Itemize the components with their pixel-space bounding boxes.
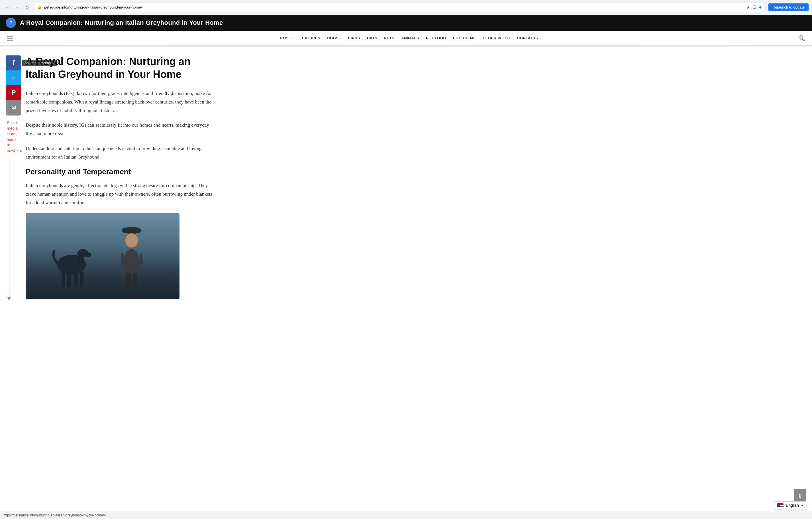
facebook-icon: f [12,59,15,67]
svg-rect-11 [123,227,140,233]
hamburger-line-3 [7,40,13,40]
svg-rect-6 [62,272,65,288]
url-text: petsguide.info/nurturing-an-italian-grey… [44,5,744,9]
nav-item-birds[interactable]: BIRDS [344,31,364,45]
extension-icon[interactable]: ☰ [752,5,756,10]
section-title-personality: Personality and Temperament [26,167,216,176]
svg-rect-15 [140,253,142,268]
main-content: f Share on Facebook 🐦 P ✉ Social media i… [0,47,812,310]
nav-item-pets[interactable]: PETS [381,31,398,45]
nav-item-dogs[interactable]: DOGS ▾ [324,31,344,45]
facebook-share-button[interactable]: f Share on Facebook [6,56,21,71]
twitter-icon: 🐦 [10,75,17,81]
search-button[interactable]: 🔍 [796,32,807,44]
article-image [26,213,179,299]
svg-rect-9 [80,272,84,288]
svg-rect-17 [133,273,137,288]
article-title: A Royal Companion: Nurturing an Italian … [26,55,216,81]
annotation-arrow [7,161,11,300]
site-logo: P [6,18,16,28]
nav-item-home[interactable]: HOME ▾ [275,31,296,45]
nav-item-animals[interactable]: ANIMALS [398,31,423,45]
back-button[interactable]: ← [3,3,11,11]
social-sidebar: f Share on Facebook 🐦 P ✉ Social media i… [0,52,23,305]
svg-rect-14 [121,253,124,268]
article-paragraph-2: Despite their noble history, IGs can sea… [26,121,216,138]
profile-icon[interactable]: ● [759,4,762,10]
svg-point-13 [124,249,140,275]
security-icon: 🔒 [37,5,42,10]
person-silhouette [115,225,149,290]
forward-button[interactable]: → [13,3,21,11]
article-content: A Royal Companion: Nurturing an Italian … [23,52,222,305]
relaunch-button[interactable]: Relaunch to update [768,3,809,11]
hamburger-line-1 [7,36,13,36]
reload-button[interactable]: ↻ [23,3,31,11]
annotation-text: Social media icons,leads to nowhere [7,120,20,154]
svg-point-12 [125,233,138,248]
nav-item-buy-theme[interactable]: BUY THEME [449,31,479,45]
browser-chrome: ← → ↻ 🔒 petsguide.info/nurturing-an-ital… [0,0,812,15]
svg-rect-8 [75,272,78,288]
pinterest-share-button[interactable]: P [6,85,21,100]
social-icons-container: f Share on Facebook 🐦 P ✉ [6,55,21,115]
nav-item-other-pets[interactable]: OTHER PETS ▾ [479,31,514,45]
nav-links: HOME ▾ FEATURES DOGS ▾ BIRDS CATS PETS A… [21,31,796,45]
chevron-down-icon: ▾ [537,37,539,39]
svg-rect-5 [77,255,84,263]
star-icon[interactable]: ★ [746,5,750,10]
article-paragraph-1: Italian Greyhounds (IGs), known for thei… [26,89,216,115]
twitter-share-button[interactable]: 🐦 [6,71,21,85]
hamburger-line-2 [7,38,13,38]
dog-silhouette [49,227,94,290]
svg-text:P: P [9,21,12,25]
site-title: A Royal Companion: Nurturing an Italian … [20,19,223,27]
chevron-down-icon: ▾ [339,37,341,39]
nav-item-features[interactable]: FEATURES [296,31,324,45]
chevron-down-icon: ▾ [291,37,293,39]
svg-point-4 [85,252,91,257]
nav-item-pet-food[interactable]: PET FOOD [423,31,449,45]
nav-item-cats[interactable]: CATS [364,31,381,45]
nav-buttons: ← → ↻ [3,3,31,11]
article-paragraph-4: Italian Greyhounds are gentle, affection… [26,181,216,207]
navigation-bar: HOME ▾ FEATURES DOGS ▾ BIRDS CATS PETS A… [0,31,812,46]
hamburger-menu[interactable] [5,34,16,43]
chevron-down-icon: ▾ [509,37,510,39]
pinterest-icon: P [12,89,16,97]
nav-item-contact[interactable]: CONTACT ▾ [514,31,542,45]
email-share-button[interactable]: ✉ [6,100,21,115]
svg-rect-7 [67,272,71,288]
email-icon: ✉ [12,104,16,111]
svg-rect-16 [126,273,130,288]
article-image-inner [26,213,179,299]
address-bar[interactable]: 🔒 petsguide.info/nurturing-an-italian-gr… [34,3,765,12]
article-paragraph-3: Understanding and catering to their uniq… [26,144,216,161]
site-header: P A Royal Companion: Nurturing an Italia… [0,15,812,31]
